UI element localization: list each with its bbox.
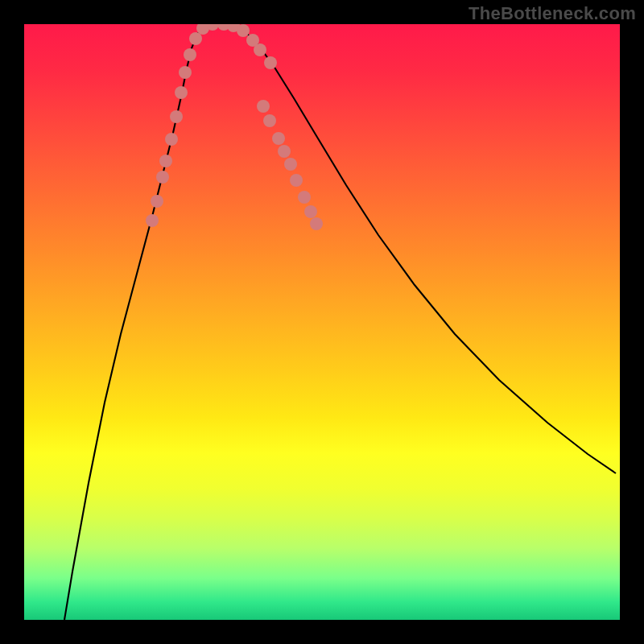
- highlight-marker: [237, 24, 250, 37]
- highlight-marker: [278, 145, 291, 158]
- highlight-marker: [263, 114, 276, 127]
- highlight-marker: [165, 133, 178, 146]
- watermark-text: TheBottleneck.com: [469, 3, 636, 24]
- highlight-marker: [257, 100, 270, 113]
- highlight-marker: [146, 214, 159, 227]
- highlight-marker: [151, 195, 163, 208]
- highlight-marker: [159, 155, 172, 167]
- highlight-marker: [310, 217, 323, 230]
- highlight-marker: [272, 132, 285, 145]
- highlight-marker: [254, 43, 266, 56]
- highlight-marker: [170, 110, 183, 123]
- highlight-marker: [156, 171, 169, 184]
- highlight-marker: [175, 86, 188, 99]
- bottleneck-curve: [64, 24, 616, 620]
- plot-area: [24, 24, 620, 620]
- highlight-marker: [189, 32, 202, 45]
- highlight-marker: [264, 56, 277, 69]
- curve-svg: [24, 24, 620, 620]
- highlight-markers: [146, 24, 323, 230]
- highlight-marker: [179, 66, 192, 79]
- highlight-marker: [284, 158, 297, 171]
- chart-frame: TheBottleneck.com: [0, 0, 644, 644]
- highlight-marker: [290, 174, 303, 187]
- highlight-marker: [298, 191, 311, 204]
- highlight-marker: [304, 205, 317, 218]
- highlight-marker: [184, 48, 196, 61]
